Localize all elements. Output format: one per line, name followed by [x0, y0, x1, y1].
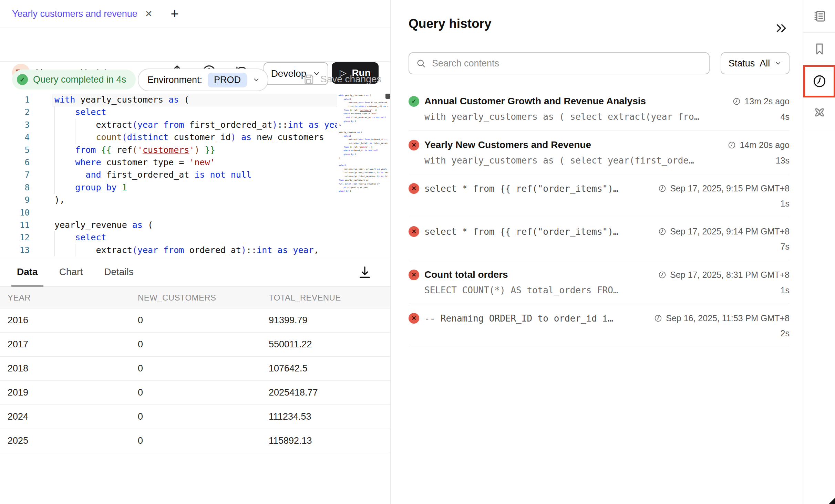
entry-time: Sep 17, 2025, 9:15 PM GMT+8: [670, 183, 790, 193]
notebook-icon[interactable]: [803, 0, 835, 32]
save-icon: [302, 73, 315, 85]
resize-corner-handle: [829, 498, 835, 504]
scrollbar-thumb[interactable]: [385, 94, 390, 99]
cell-new-customers: 0: [138, 339, 269, 350]
environment-value-badge: PROD: [208, 73, 247, 87]
query-history-entry[interactable]: ✕ Count total orders Sep 17, 2025, 8:31 …: [409, 260, 790, 304]
panel-title: Query history: [409, 17, 492, 31]
code-area[interactable]: with yearly_customers as ( select extrac…: [39, 94, 385, 257]
new-tab-button[interactable]: +: [171, 6, 179, 22]
table-row: 2018 0 107642.5: [0, 357, 390, 381]
entry-duration: 1s: [781, 199, 790, 209]
environment-label: Environment:: [147, 75, 202, 85]
column-header-year: YEAR: [8, 293, 138, 303]
error-status-icon: ✕: [409, 140, 419, 150]
query-history-entry[interactable]: ✓ Annual Customer Growth and Revenue Ana…: [409, 87, 790, 130]
cell-new-customers: 0: [138, 411, 269, 422]
clock-icon: [658, 271, 667, 279]
cell-year: 2025: [8, 435, 138, 446]
cell-year: 2024: [8, 411, 138, 422]
entry-time: Sep 17, 2025, 8:31 PM GMT+8: [670, 270, 790, 280]
query-status-text: Query completed in 4s: [33, 74, 126, 85]
error-status-icon: ✕: [409, 270, 419, 280]
query-editor-panel: Yearly customers and revenue ✕ + BL Your…: [0, 0, 391, 504]
chevron-down-icon: [252, 76, 260, 84]
entry-title: select * from {{ ref("order_items")…: [424, 183, 651, 194]
query-history-entry[interactable]: ✕ select * from {{ ref("order_items")… S…: [409, 217, 790, 260]
download-icon[interactable]: [357, 264, 373, 280]
result-table-body: 2016 0 91399.79 2017 0 550011.22 2018 0 …: [0, 308, 390, 453]
editor-scrollbar[interactable]: [385, 93, 390, 257]
error-status-icon: ✕: [409, 313, 419, 324]
entry-title: Count total orders: [424, 269, 651, 280]
search-input[interactable]: [431, 58, 674, 69]
cell-year: 2019: [8, 387, 138, 398]
table-row: 2025 0 115892.13: [0, 429, 390, 453]
error-status-icon: ✕: [409, 183, 419, 194]
entry-time: 13m 2s ago: [744, 96, 790, 106]
results-tab-data[interactable]: Data: [11, 257, 43, 286]
entry-sql-preview: with yearly_customers as ( select year(f…: [424, 155, 769, 166]
column-header-total-revenue: TOTAL_REVENUE: [269, 293, 390, 303]
sql-code-editor[interactable]: 12345678910111213 with yearly_customers …: [0, 93, 390, 257]
cell-year: 2018: [8, 363, 138, 374]
entry-sql-preview: with yearly_customers as ( select extrac…: [424, 112, 774, 122]
chevron-down-icon: [775, 60, 782, 67]
document-header: BL Your saved insight Develop ▷ Run: [0, 28, 390, 62]
clock-icon: [728, 141, 736, 149]
rail-divider: [803, 130, 835, 130]
cell-new-customers: 0: [138, 387, 269, 398]
query-history-panel: Query history Status All ✓ Annual Custom…: [391, 0, 803, 504]
save-changes-label: Save changes: [320, 74, 381, 85]
results-tab-chart[interactable]: Chart: [54, 257, 88, 286]
entry-title: Yearly New Customers and Revenue: [424, 139, 721, 150]
table-row: 2017 0 550011.22: [0, 333, 390, 357]
success-status-icon: ✓: [409, 96, 419, 107]
environment-dropdown[interactable]: Environment: PROD: [138, 69, 268, 91]
query-history-entry[interactable]: ✕ Yearly New Customers and Revenue 14m 2…: [409, 130, 790, 174]
results-tab-bar: DataChartDetails: [0, 257, 390, 287]
clock-icon: [732, 97, 741, 106]
entry-duration: 13s: [776, 156, 790, 166]
develop-label: Develop: [271, 68, 307, 79]
save-changes-button[interactable]: Save changes: [302, 73, 381, 85]
entry-duration: 1s: [781, 285, 790, 295]
entry-time: Sep 17, 2025, 9:14 PM GMT+8: [670, 227, 790, 237]
cell-new-customers: 0: [138, 315, 269, 326]
collapse-panel-icon[interactable]: [774, 21, 788, 35]
cell-year: 2016: [8, 315, 138, 326]
query-history-list: ✓ Annual Customer Growth and Revenue Ana…: [409, 87, 790, 347]
status-filter-label: Status: [729, 58, 755, 69]
status-filter-dropdown[interactable]: Status All: [721, 52, 790, 74]
entry-title: select * from {{ ref("order_items")…: [424, 227, 651, 237]
cell-total-revenue: 115892.13: [269, 435, 390, 446]
sparkle-explore-icon[interactable]: [803, 97, 835, 130]
tab-yearly-customers-and-revenue[interactable]: Yearly customers and revenue ✕: [0, 0, 161, 28]
entry-title: -- Renaming ORDER_ID to order_id i…: [424, 313, 647, 324]
minimap[interactable]: with yearly_customers as ( select extrac…: [337, 94, 388, 255]
cell-new-customers: 0: [138, 363, 269, 374]
entry-time: Sep 16, 2025, 11:53 PM GMT+8: [666, 313, 790, 323]
query-history-entry[interactable]: ✕ select * from {{ ref("order_items")… S…: [409, 174, 790, 217]
success-check-icon: ✓: [17, 74, 28, 85]
search-icon: [416, 59, 426, 68]
clock-icon: [658, 227, 667, 236]
column-header-new-customers: NEW_CUSTOMERS: [138, 293, 269, 303]
cell-total-revenue: 107642.5: [269, 363, 390, 374]
cell-new-customers: 0: [138, 435, 269, 446]
search-box[interactable]: [409, 52, 710, 74]
cell-total-revenue: 91399.79: [269, 315, 390, 326]
entry-sql-preview: SELECT COUNT(*) AS total_orders FRO…: [424, 285, 774, 295]
cell-year: 2017: [8, 339, 138, 350]
status-filter-value: All: [760, 58, 770, 69]
results-tab-details[interactable]: Details: [99, 257, 139, 286]
right-icon-rail: [803, 0, 835, 504]
entry-title: Annual Customer Growth and Revenue Analy…: [424, 96, 725, 107]
query-history-clock-icon-active[interactable]: [803, 65, 835, 97]
query-history-entry[interactable]: ✕ -- Renaming ORDER_ID to order_id i… Se…: [409, 304, 790, 347]
line-number-gutter: 12345678910111213: [0, 94, 39, 256]
close-tab-icon[interactable]: ✕: [145, 9, 153, 18]
error-status-icon: ✕: [409, 226, 419, 237]
entry-duration: 2s: [781, 328, 790, 338]
bookmark-icon[interactable]: [803, 33, 835, 65]
